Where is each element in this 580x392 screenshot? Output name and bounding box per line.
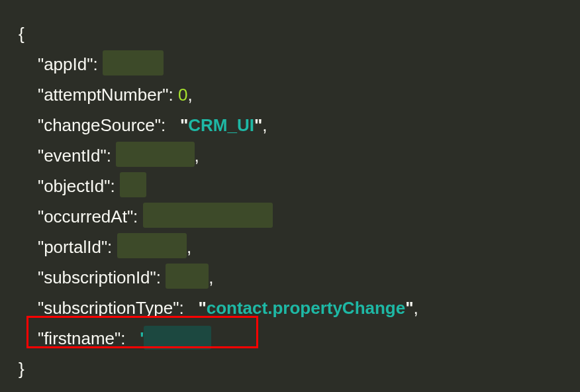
key: eventId — [44, 146, 100, 166]
key: firstname — [44, 328, 115, 348]
colon: : — [107, 237, 112, 257]
highlight-arrow — [0, 384, 580, 392]
code-line-eventId: "eventId": 2xxxxxxxx, — [19, 140, 561, 171]
value-redacted: 2xxxxxxxx — [116, 140, 194, 171]
key-quote: " — [38, 176, 44, 196]
key-quote: " — [162, 85, 168, 105]
code-line-occurredAt: "occurredAt": 1xxxxxxxxxxxxxx — [19, 201, 561, 232]
indent — [19, 115, 38, 135]
colon: : — [93, 54, 97, 74]
open-brace-row: { — [19, 19, 561, 49]
indent — [19, 85, 38, 105]
key: changeSource — [44, 115, 155, 135]
colon: : — [161, 115, 166, 135]
indent — [19, 268, 38, 287]
key-quote: " — [38, 268, 44, 287]
indent — [19, 176, 38, 196]
comma: , — [188, 85, 193, 105]
indent — [19, 54, 38, 74]
colon: : — [156, 268, 161, 287]
key-quote: " — [100, 146, 106, 166]
key-quote: " — [38, 207, 44, 226]
key-quote: " — [150, 268, 156, 287]
colon: : — [169, 85, 173, 105]
comma: , — [414, 298, 418, 318]
key: portalId — [44, 237, 101, 257]
value-redacted: 2xxxxxx — [103, 49, 164, 79]
comma: , — [209, 268, 213, 287]
value: 0 — [178, 85, 187, 105]
key-quote: " — [101, 237, 107, 257]
close-brace-row: } — [19, 354, 561, 384]
colon: : — [121, 328, 125, 348]
code-line-objectId: "objectId": 1xx — [19, 171, 561, 201]
indent — [19, 146, 38, 166]
colon: : — [107, 146, 111, 166]
code-line-portalId: "portalId": 2xxxxxxx, — [19, 232, 561, 262]
comma: , — [187, 237, 191, 257]
value-redacted: xxxxxxx — [144, 323, 211, 354]
code-line-attemptNumber: "attemptNumber": 0, — [19, 79, 561, 110]
key: attemptNumber — [44, 85, 162, 105]
code-line-firstname: "firstname": 'xxxxxxx — [19, 323, 561, 354]
value: "CRM_UI" — [180, 115, 262, 135]
indent — [19, 328, 38, 348]
key-quote: " — [38, 85, 44, 105]
value-redacted: 1xxxxxxxxxxxxxx — [143, 201, 273, 232]
key-quote: " — [38, 237, 44, 257]
colon: : — [110, 176, 115, 196]
key-quote: " — [38, 328, 44, 348]
indent — [19, 237, 38, 257]
colon: : — [133, 207, 138, 226]
key-quote: " — [115, 328, 121, 348]
key-quote: " — [38, 115, 44, 135]
key-quote: " — [155, 115, 161, 135]
key: appId — [44, 54, 87, 74]
key: subscriptionType — [44, 298, 173, 318]
comma: , — [195, 146, 199, 166]
comma: , — [262, 115, 267, 135]
key: occurredAt — [44, 207, 127, 226]
value: "contact.propertyChange" — [198, 298, 413, 318]
open-brace: { — [19, 24, 24, 44]
key-quote: " — [38, 298, 44, 318]
key-quote: " — [38, 54, 44, 74]
value: 'xxxxxxx — [140, 328, 211, 348]
code-line-changeSource: "changeSource": "CRM_UI", — [19, 110, 561, 140]
value-redacted: 2xxxxxxx — [117, 232, 187, 262]
indent — [19, 207, 38, 226]
json-code-block: { "appId": 2xxxxxx "attemptNumber": 0, "… — [0, 0, 580, 384]
value-redacted: xxxxx — [166, 262, 209, 293]
code-line-subscriptionId: "subscriptionId": xxxxx, — [19, 262, 561, 293]
key-quote: " — [38, 146, 44, 166]
indent — [19, 298, 38, 318]
close-brace: } — [19, 359, 24, 379]
key-quote: " — [127, 207, 133, 226]
key: subscriptionId — [44, 268, 150, 287]
code-line-appId: "appId": 2xxxxxx — [19, 49, 561, 79]
value-redacted: 1xx — [120, 171, 146, 201]
key: objectId — [44, 176, 104, 196]
colon: : — [179, 298, 183, 318]
code-line-subscriptionType: "subscriptionType": "contact.propertyCha… — [19, 293, 561, 323]
